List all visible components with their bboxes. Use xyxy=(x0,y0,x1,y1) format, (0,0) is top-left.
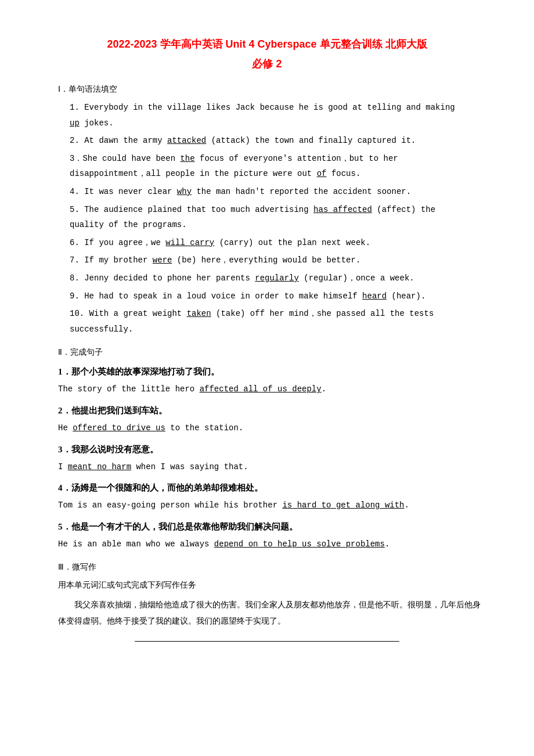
item-underlined2: of xyxy=(317,169,327,178)
item-underlined: why xyxy=(177,187,192,196)
list-item: I meant no harm when I was saying that. xyxy=(58,459,488,475)
item-underlined: up xyxy=(70,118,80,128)
list-item: 8. Jenny decided to phone her parents re… xyxy=(70,271,488,286)
list-item: 10. With a great weight taken (take) off… xyxy=(70,306,488,337)
list-item: 3．我那么说时没有恶意。 xyxy=(58,441,488,458)
item-underlined: were xyxy=(153,255,172,265)
list-item: 2. At dawn the army attacked (attack) th… xyxy=(70,133,488,149)
list-item: He is an able man who we always depend o… xyxy=(58,537,488,552)
list-item: 5．他是一个有才干的人，我们总是依靠他帮助我们解决问题。 xyxy=(58,518,488,535)
item-underlined: regularly xyxy=(255,273,299,283)
item-underlined: heard xyxy=(362,291,387,301)
item-underlined: depend on to help us solve problems xyxy=(214,539,385,549)
list-item: 1．那个小英雄的故事深深地打动了我们。 xyxy=(58,363,488,380)
item-underlined: attacked xyxy=(167,136,206,145)
item-underlined: will carry xyxy=(165,238,214,247)
item-underlined: has affected xyxy=(313,205,372,214)
item-underlined: taken xyxy=(187,309,211,318)
list-item: 1. Everybody in the village likes Jack b… xyxy=(70,100,488,131)
continuation: up jokes. xyxy=(70,116,488,131)
section3-content: 我父亲喜欢抽烟，抽烟给他造成了很大的伤害。我们全家人及朋友都劝他放弃，但是他不听… xyxy=(58,597,488,629)
list-item: 5. The audience plained that too much ad… xyxy=(70,202,488,233)
item-underlined: is hard to get along with xyxy=(282,501,404,510)
list-item: 6. If you agree，we will carry (carry) ou… xyxy=(70,235,488,251)
list-item: Tom is an easy-going person while his br… xyxy=(58,498,488,513)
list-item: 4．汤姆是一个很随和的人，而他的弟弟却很难相处。 xyxy=(58,479,488,496)
item-underlined: affected all of us deeply xyxy=(200,384,322,394)
list-item: The story of the little hero affected al… xyxy=(58,381,488,397)
list-item: 4. It was never clear why the man hadn't… xyxy=(70,184,488,200)
divider xyxy=(135,641,399,642)
section3-instruction: 用本单元词汇或句式完成下列写作任务 xyxy=(58,577,488,593)
item-underlined: meant no harm xyxy=(68,462,131,471)
list-item: 9. He had to speak in a loud voice in or… xyxy=(70,289,488,304)
list-item: He offered to drive us to the station. xyxy=(58,420,488,436)
title-line1: 2022-2023 学年高中英语 Unit 4 Cyberspace 单元整合训… xyxy=(107,38,427,50)
section3-heading: Ⅲ．微写作 xyxy=(58,560,488,574)
list-item: 2．他提出把我们送到车站。 xyxy=(58,402,488,419)
item-underlined: the xyxy=(180,154,194,163)
section1-heading: Ⅰ．单句语法填空 xyxy=(58,82,488,96)
list-item: 7. If my brother were (be) here，everythi… xyxy=(70,253,488,268)
title-line2: 必修 2 xyxy=(46,55,488,73)
item-number: 1. Everybody in the village likes Jack b… xyxy=(70,103,455,112)
list-item: 3．She could have been the focus of every… xyxy=(70,151,488,182)
item-underlined: offered to drive us xyxy=(73,423,165,433)
section2-heading: Ⅱ．完成句子 xyxy=(58,345,488,359)
page-title: 2022-2023 学年高中英语 Unit 4 Cyberspace 单元整合训… xyxy=(46,35,488,74)
